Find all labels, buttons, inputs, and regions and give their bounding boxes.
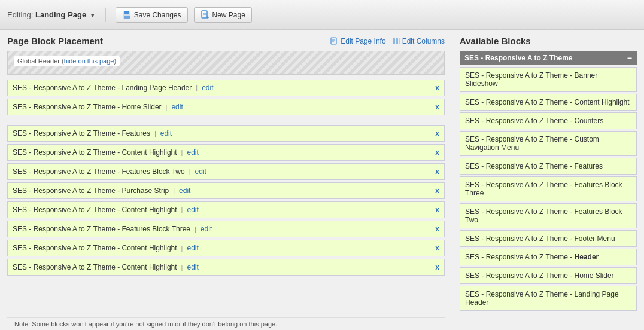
block-edit-link[interactable]: edit <box>171 103 183 111</box>
left-scrollable: Global Header (hide on this page) SES - … <box>7 51 445 317</box>
left-panel: Page Block Placement Edit Page Info <box>0 30 452 330</box>
bottom-note: Note: Some blocks won't appear if you're… <box>7 317 445 330</box>
block-remove-btn[interactable]: x <box>435 187 439 195</box>
hide-on-page-link[interactable]: hide on this page <box>64 57 114 65</box>
block-item[interactable]: SES - Responsive A to Z Theme - Home Sli… <box>7 99 445 115</box>
spacer <box>7 120 445 125</box>
block-edit-link[interactable]: edit <box>187 206 198 214</box>
block-item[interactable]: SES - Responsive A to Z Theme - Features… <box>7 221 445 237</box>
svg-rect-13 <box>396 38 398 44</box>
block-edit-link[interactable]: edit <box>160 129 172 138</box>
avail-block-item[interactable]: SES - Responsive A to Z Theme - Banner S… <box>460 67 637 92</box>
block-edit-link[interactable]: edit <box>187 244 198 252</box>
avail-block-item[interactable]: SES - Responsive A to Z Theme - Features… <box>460 176 637 201</box>
available-blocks-title: Available Blocks <box>460 36 637 46</box>
block-edit-link[interactable]: edit <box>202 84 213 92</box>
block-edit-link[interactable]: edit <box>195 167 206 176</box>
block-item[interactable]: SES - Responsive A to Z Theme - Content … <box>7 201 445 218</box>
available-section-header: SES - Responsive A to Z Theme − <box>460 51 637 65</box>
svg-rect-1 <box>124 11 129 14</box>
block-item[interactable]: SES - Responsive A to Z Theme - Content … <box>7 259 445 276</box>
block-remove-btn[interactable]: x <box>435 263 439 271</box>
avail-block-item[interactable]: SES - Responsive A to Z Theme - Custom N… <box>460 131 637 156</box>
new-page-button[interactable]: New Page <box>194 7 252 23</box>
edit-page-info-link[interactable]: Edit Page Info <box>330 37 385 45</box>
collapse-section-btn[interactable]: − <box>627 54 632 62</box>
edit-columns-link[interactable]: Edit Columns <box>392 37 445 45</box>
available-blocks-scroll[interactable]: SES - Responsive A to Z Theme − SES - Re… <box>460 51 637 330</box>
top-bar: Editing: Landing Page ▼ Save Changes New… <box>0 0 644 30</box>
left-header-actions: Edit Page Info Edit Columns <box>330 37 445 45</box>
left-header: Page Block Placement Edit Page Info <box>7 36 445 46</box>
column-blocks-section: SES - Responsive A to Z Theme - Features… <box>7 125 445 276</box>
edit-columns-icon <box>392 37 400 45</box>
block-remove-btn[interactable]: x <box>435 129 439 138</box>
editing-label: Editing: Landing Page ▼ <box>7 10 96 19</box>
block-list-scroll[interactable]: SES - Responsive A to Z Theme - Landing … <box>7 80 445 317</box>
block-remove-btn[interactable]: x <box>435 148 439 157</box>
avail-block-item[interactable]: SES - Responsive A to Z Theme - Content … <box>460 94 637 111</box>
avail-block-item[interactable]: SES - Responsive A to Z Theme - Features… <box>460 203 637 228</box>
svg-rect-2 <box>124 16 130 19</box>
right-panel: Available Blocks SES - Responsive A to Z… <box>452 30 644 330</box>
save-changes-button[interactable]: Save Changes <box>116 7 188 23</box>
block-item[interactable]: SES - Responsive A to Z Theme - Content … <box>7 144 445 161</box>
block-remove-btn[interactable]: x <box>435 103 439 111</box>
avail-block-item[interactable]: SES - Responsive A to Z Theme - Features <box>460 158 637 175</box>
separator <box>105 8 106 22</box>
avail-block-item[interactable]: SES - Responsive A to Z Theme - Home Sli… <box>460 267 637 284</box>
page-block-placement-title: Page Block Placement <box>7 36 103 46</box>
block-edit-link[interactable]: edit <box>187 263 198 271</box>
edit-page-info-icon <box>330 37 339 45</box>
block-remove-btn[interactable]: x <box>435 84 439 92</box>
main-area: Page Block Placement Edit Page Info <box>0 30 644 330</box>
block-item[interactable]: SES - Responsive A to Z Theme - Landing … <box>7 80 445 96</box>
avail-block-item[interactable]: SES - Responsive A to Z Theme - Header <box>460 249 637 265</box>
page-dropdown-arrow[interactable]: ▼ <box>90 12 96 19</box>
block-remove-btn[interactable]: x <box>435 206 439 214</box>
avail-block-item[interactable]: SES - Responsive A to Z Theme - Counters <box>460 112 637 129</box>
new-page-icon <box>201 10 210 20</box>
block-edit-link[interactable]: edit <box>179 187 190 195</box>
block-item[interactable]: SES - Responsive A to Z Theme - Content … <box>7 240 445 256</box>
block-item[interactable]: SES - Responsive A to Z Theme - Features… <box>7 125 445 142</box>
avail-block-item[interactable]: SES - Responsive A to Z Theme - Landing … <box>460 286 637 311</box>
global-header-label: Global Header (hide on this page) <box>14 56 120 66</box>
block-remove-btn[interactable]: x <box>435 244 439 252</box>
svg-rect-14 <box>399 38 400 44</box>
block-edit-link[interactable]: edit <box>201 225 212 233</box>
svg-rect-12 <box>393 38 395 44</box>
block-remove-btn[interactable]: x <box>435 225 439 233</box>
block-item[interactable]: SES - Responsive A to Z Theme - Features… <box>7 163 445 180</box>
block-edit-link[interactable]: edit <box>187 148 198 157</box>
header-blocks-section: SES - Responsive A to Z Theme - Landing … <box>7 80 445 115</box>
block-item[interactable]: SES - Responsive A to Z Theme - Purchase… <box>7 182 445 199</box>
save-icon <box>122 10 132 20</box>
avail-block-item[interactable]: SES - Responsive A to Z Theme - Footer M… <box>460 230 637 247</box>
block-remove-btn[interactable]: x <box>435 167 439 176</box>
global-header-zone: Global Header (hide on this page) <box>7 51 445 75</box>
